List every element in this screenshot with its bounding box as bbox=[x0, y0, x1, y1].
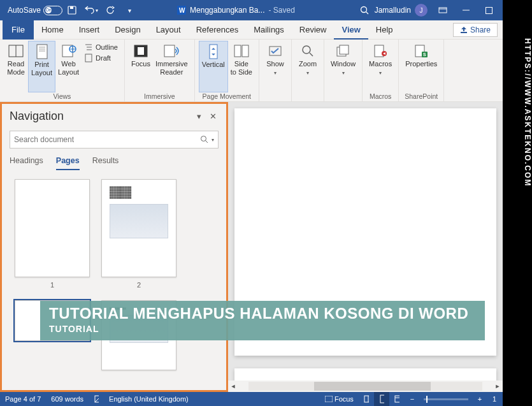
scroll-track[interactable] bbox=[248, 382, 482, 391]
properties-label: Properties bbox=[405, 60, 437, 68]
view-print-icon[interactable] bbox=[374, 392, 389, 406]
outline-label: Outline bbox=[96, 43, 118, 51]
qat-customize-icon[interactable]: ▾ bbox=[121, 2, 138, 18]
svg-rect-48 bbox=[380, 395, 384, 403]
draft-button[interactable]: Draft bbox=[82, 52, 120, 64]
user-account[interactable]: Jamalludin J bbox=[375, 4, 428, 17]
svg-rect-26 bbox=[138, 47, 144, 55]
show-icon bbox=[266, 43, 284, 59]
minimize-button[interactable] bbox=[454, 1, 477, 19]
immersive-reader-button[interactable]: Immersive Reader bbox=[153, 41, 191, 92]
view-read-icon[interactable] bbox=[359, 392, 374, 406]
svg-rect-35 bbox=[340, 45, 349, 54]
side-icon bbox=[233, 43, 250, 59]
status-language[interactable]: English (United Kingdom) bbox=[104, 392, 194, 406]
tab-home[interactable]: Home bbox=[34, 20, 71, 40]
scroll-thumb[interactable] bbox=[314, 382, 431, 391]
read-mode-button[interactable]: Read Mode bbox=[4, 41, 28, 92]
status-words[interactable]: 609 words bbox=[46, 392, 89, 406]
tab-help[interactable]: Help bbox=[368, 20, 401, 40]
zoom-in-button[interactable]: + bbox=[472, 392, 487, 406]
scroll-left-icon[interactable]: ◄ bbox=[228, 383, 238, 389]
side-to-side-button[interactable]: Side to Side bbox=[228, 41, 255, 92]
view-web-icon[interactable] bbox=[389, 392, 405, 406]
vertical-button[interactable]: Vertical bbox=[199, 41, 228, 92]
search-input[interactable] bbox=[14, 135, 200, 144]
share-icon bbox=[460, 26, 468, 34]
thumb-page-1[interactable]: 1 bbox=[15, 179, 90, 289]
nav-dropdown-icon[interactable]: ▾ bbox=[192, 109, 206, 123]
print-layout-button[interactable]: Print Layout bbox=[28, 41, 55, 92]
redo-icon[interactable] bbox=[102, 2, 119, 18]
tab-references[interactable]: References bbox=[189, 20, 246, 40]
zoom-level[interactable]: 1 bbox=[487, 392, 503, 406]
thumb-page-2[interactable]: ████████████████████████████████████████… bbox=[101, 179, 176, 289]
nav-search-box[interactable]: ▾ bbox=[10, 131, 219, 149]
save-state: - Saved bbox=[268, 6, 294, 15]
save-icon[interactable] bbox=[64, 2, 80, 18]
properties-button[interactable]: S Properties bbox=[403, 41, 440, 92]
tab-mailings[interactable]: Mailings bbox=[246, 20, 292, 40]
properties-icon: S bbox=[412, 43, 430, 59]
macros-button[interactable]: Macros▾ bbox=[366, 41, 394, 92]
navigation-panel: Navigation ▾ ✕ ▾ Headings Pages Results … bbox=[0, 102, 228, 392]
tab-review[interactable]: Review bbox=[292, 20, 334, 40]
share-button[interactable]: Share bbox=[453, 23, 498, 37]
zoom-dropdown[interactable]: Zoom▾ bbox=[296, 41, 320, 92]
window-dropdown[interactable]: Window▾ bbox=[328, 41, 358, 92]
status-page[interactable]: Page 4 of 7 bbox=[0, 392, 46, 406]
undo-icon[interactable]: ▾ bbox=[83, 2, 99, 18]
status-focus[interactable]: Focus bbox=[320, 392, 359, 406]
tab-file[interactable]: File bbox=[3, 20, 34, 40]
spellcheck-icon[interactable] bbox=[89, 392, 104, 406]
thumb-num-2: 2 bbox=[137, 281, 141, 289]
share-label: Share bbox=[470, 25, 491, 34]
draft-label: Draft bbox=[96, 54, 111, 62]
banner-title: TUTORIAL MENGHAPUS HALAMAN KOSONG DI WOR… bbox=[49, 305, 476, 323]
doc-name[interactable]: Menggabungkan Ba... bbox=[190, 6, 264, 15]
tab-layout[interactable]: Layout bbox=[148, 20, 189, 40]
draft-icon bbox=[84, 54, 93, 62]
maximize-button[interactable] bbox=[477, 1, 500, 19]
zoom-out-button[interactable]: − bbox=[405, 392, 420, 406]
word-logo-icon: W bbox=[177, 6, 186, 15]
svg-line-33 bbox=[310, 53, 313, 56]
vertical-label: Vertical bbox=[202, 61, 225, 69]
outline-button[interactable]: Outline bbox=[82, 42, 120, 52]
svg-rect-45 bbox=[325, 396, 333, 402]
horizontal-scrollbar[interactable]: ◄ ► bbox=[228, 381, 503, 392]
immersive-group-label: Immersive bbox=[129, 92, 191, 101]
zoom-icon bbox=[299, 43, 317, 59]
scroll-right-icon[interactable]: ► bbox=[492, 383, 503, 389]
banner-subtitle: TUTORIAL bbox=[49, 324, 476, 334]
nav-tab-pages[interactable]: Pages bbox=[56, 154, 80, 170]
web-layout-button[interactable]: Web Layout bbox=[55, 41, 82, 92]
ribbon-display-icon[interactable] bbox=[431, 1, 454, 19]
nav-tab-headings[interactable]: Headings bbox=[10, 154, 43, 170]
tab-view[interactable]: View bbox=[334, 20, 368, 40]
search-icon-small bbox=[200, 135, 209, 144]
focus-button[interactable]: Focus bbox=[129, 41, 153, 92]
svg-text:S: S bbox=[423, 52, 426, 57]
tab-insert[interactable]: Insert bbox=[71, 20, 108, 40]
search-dropdown-icon[interactable]: ▾ bbox=[212, 137, 214, 143]
autosave-toggle[interactable]: On bbox=[43, 6, 62, 15]
svg-rect-24 bbox=[85, 54, 92, 62]
svg-rect-30 bbox=[242, 45, 248, 57]
status-bar: Page 4 of 7 609 words English (United Ki… bbox=[0, 392, 503, 406]
focus-icon bbox=[132, 43, 150, 59]
zoom-label: Zoom bbox=[299, 60, 317, 68]
ribbon-tabs: File Home Insert Design Layout Reference… bbox=[0, 20, 503, 40]
tab-design[interactable]: Design bbox=[107, 20, 148, 40]
zoom-slider[interactable] bbox=[424, 398, 468, 400]
search-icon[interactable] bbox=[357, 2, 373, 18]
title-bar: AutoSave On ▾ ▾ W Menggabungkan Ba... - … bbox=[0, 0, 503, 20]
svg-point-32 bbox=[303, 46, 310, 54]
nav-close-icon[interactable]: ✕ bbox=[206, 109, 220, 123]
page-thumbnails: 1 ██████████████████████████████████████… bbox=[2, 170, 226, 390]
document-area[interactable]: Menghapus Halaman Kosong pada Dokumen Wo… bbox=[228, 102, 503, 392]
nav-tab-results[interactable]: Results bbox=[92, 154, 119, 170]
svg-rect-27 bbox=[164, 45, 175, 57]
show-dropdown[interactable]: Show▾ bbox=[263, 41, 287, 92]
page-movement-group-label: Page Movement bbox=[199, 92, 255, 101]
